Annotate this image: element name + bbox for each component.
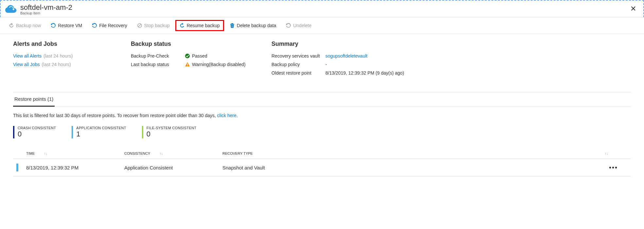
alerts-range: (last 24 hours)	[44, 53, 73, 59]
restore-vm-label: Restore VM	[58, 23, 82, 28]
vault-label: Recovery services vault	[271, 53, 325, 59]
backup-now-label: Backup now	[16, 23, 41, 28]
last-backup-label: Last backup status	[131, 62, 185, 67]
undelete-icon	[286, 23, 291, 28]
backup-status-heading: Backup status	[131, 41, 252, 47]
click-here-link[interactable]: click here.	[217, 113, 238, 118]
filter-note: This list is filtered for last 30 days o…	[13, 113, 631, 118]
resume-backup-button[interactable]: Resume backup	[175, 20, 224, 31]
cell-time: 8/13/2019, 12:39:32 PM	[26, 165, 124, 170]
row-actions-button[interactable]: •••	[605, 164, 618, 171]
delete-backup-label: Delete backup data	[237, 23, 276, 28]
undelete-button: Undelete	[282, 20, 316, 31]
stat-crash-consistent: CRASH CONSISTENT 0	[13, 126, 56, 138]
svg-rect-3	[187, 63, 188, 65]
vault-link[interactable]: sogupsoftdeletevault	[325, 53, 367, 59]
col-time[interactable]: TIME↑↓	[26, 151, 124, 155]
last-backup-value: Warning(Backup disabled)	[192, 62, 246, 67]
stop-backup-label: Stop backup	[144, 23, 170, 28]
backup-now-icon	[9, 23, 14, 28]
view-all-jobs-link[interactable]: View all Jobs	[13, 62, 40, 67]
row-marker-icon	[16, 164, 18, 171]
svg-line-1	[138, 24, 141, 27]
backup-now-button: Backup now	[5, 20, 45, 31]
stop-backup-icon	[137, 23, 142, 28]
file-recovery-icon	[92, 23, 97, 28]
col-recovery-type[interactable]: RECOVERY TYPE	[222, 151, 605, 155]
file-recovery-button[interactable]: File Recovery	[88, 20, 131, 31]
oldest-value: 8/13/2019, 12:39:32 PM (9 day(s) ago)	[325, 70, 404, 76]
col-consistency[interactable]: CONSISTENCY↑↓	[124, 151, 222, 155]
summary-heading: Summary	[271, 41, 404, 47]
restore-vm-icon	[51, 23, 56, 28]
cell-consistency: Application Consistent	[124, 165, 222, 170]
stat-filesystem-consistent: FILE-SYSTEM CONSISTENT 0	[142, 126, 197, 138]
warning-icon	[185, 62, 190, 67]
restore-vm-button[interactable]: Restore VM	[46, 20, 86, 31]
tab-restore-points[interactable]: Restore points (1)	[13, 92, 55, 107]
svg-rect-4	[187, 65, 188, 66]
precheck-label: Backup Pre-Check	[131, 53, 185, 59]
precheck-value: Passed	[192, 53, 207, 59]
alerts-heading: Alerts and Jobs	[13, 41, 111, 47]
policy-label: Backup policy	[271, 62, 325, 67]
file-recovery-label: File Recovery	[99, 23, 127, 28]
success-icon	[185, 53, 190, 59]
page-title: softdel-vm-am-2	[20, 3, 628, 12]
view-all-alerts-link[interactable]: View all Alerts	[13, 53, 42, 59]
svg-point-2	[185, 54, 190, 58]
sort-icon: ↑↓	[44, 151, 47, 155]
oldest-label: Oldest restore point	[271, 70, 325, 76]
trash-icon	[230, 23, 235, 28]
stop-backup-button: Stop backup	[133, 20, 174, 31]
resume-backup-icon	[180, 23, 185, 28]
page-subtitle: Backup Item	[20, 11, 628, 15]
sort-icon: ↑↓	[159, 151, 163, 155]
cloud-restore-icon	[5, 4, 17, 16]
close-icon[interactable]: ✕	[628, 3, 639, 14]
policy-value: -	[325, 62, 327, 67]
delete-backup-button[interactable]: Delete backup data	[225, 20, 281, 31]
stat-application-consistent: APPLICATION CONSISTENT 1	[72, 126, 126, 138]
cell-recovery: Snapshot and Vault	[222, 165, 605, 170]
resume-backup-label: Resume backup	[187, 23, 220, 28]
jobs-range: (last 24 hours)	[42, 62, 71, 67]
table-row[interactable]: 8/13/2019, 12:39:32 PM Application Consi…	[13, 159, 631, 176]
sort-icon: ↑↓	[605, 151, 608, 155]
undelete-label: Undelete	[293, 23, 311, 28]
